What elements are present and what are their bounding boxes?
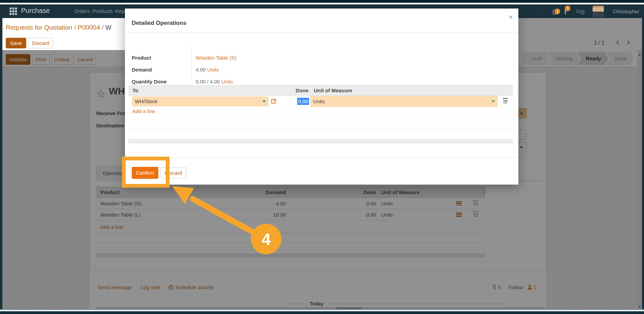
product-label: Product [132,55,190,61]
close-icon[interactable]: × [509,13,513,20]
breadcrumb-current: W [106,24,112,31]
window-frame [0,0,644,3]
modal-table-header: To Done Unit of Measure [128,85,513,96]
table-footer-stripe [128,139,513,143]
trash-icon[interactable] [503,99,507,104]
modal-backdrop [518,18,642,50]
messages-badge: 1 [554,9,560,14]
modal-moves-table: To Done Unit of Measure WH/Stock 0.00 Un… [128,85,513,107]
empty-row-divider [128,129,513,129]
screen: Validate Print Unlock Cancel Draft Waiti… [0,0,644,314]
modal-header-divider [125,32,518,33]
done-quantity-input[interactable]: 0.00 [297,98,309,105]
activities-badge: 1 [565,5,570,11]
discard-button[interactable]: Discard [28,38,53,48]
user-menu[interactable]: Christopher [613,9,639,14]
app-title[interactable]: Purchase [21,7,50,15]
empty-row-divider [128,120,513,120]
dropdown-caret-icon[interactable] [492,100,495,104]
demand-label: Demand [132,67,190,73]
col-uom[interactable]: Unit of Measure [310,88,498,93]
uom-field[interactable]: Units [310,96,498,107]
to-location-value: WH/Stock [135,98,262,104]
save-button[interactable]: Save [6,38,26,48]
demand-uom-link[interactable]: Units [207,67,219,73]
menu-products[interactable]: Products [93,8,113,14]
col-to[interactable]: To [128,88,276,93]
modal-footer-divider [125,157,518,158]
breadcrumb-separator: / [74,24,78,31]
dropdown-caret-icon[interactable] [262,100,266,104]
product-value[interactable]: Wooden Table (S) [196,55,237,61]
demand-value: 4.00 Units [196,67,219,73]
happy-face-icon: ☺ [575,8,580,14]
breadcrumb-separator: / [102,24,106,31]
quantity-done-value: 0.00 / 4.00 Units [196,79,233,84]
quantity-done-label: Quantity Done [132,79,190,84]
avatar[interactable] [593,6,604,17]
modal-title: Detailed Operations [132,20,187,27]
qty-done-uom-link[interactable]: Units [221,79,233,84]
window-frame [642,4,644,314]
window-frame [0,4,2,314]
uom-value: Units [313,98,492,104]
modal-table-row: WH/Stock 0.00 Units [128,96,513,107]
window-frame [0,309,644,314]
sad-face-icon: ☹ [580,10,584,15]
breadcrumb-p00004-link[interactable]: P00004 [78,24,100,31]
menu-orders[interactable]: Orders [74,8,90,14]
moderation-icon[interactable]: ☺☹ [575,8,584,15]
tutorial-step-badge: 4 [251,224,281,254]
window-frame [0,3,644,4]
col-done[interactable]: Done [276,88,310,93]
detailed-operations-modal: Detailed Operations × Product Demand Qua… [125,9,518,185]
breadcrumb-rfq-link[interactable]: Requests for Quotation [6,24,72,31]
activities-icon[interactable]: 1 [565,8,566,14]
field-separator [191,45,192,80]
to-location-field[interactable]: WH/Stock [132,96,269,106]
tutorial-highlight-box [122,157,170,188]
breadcrumb: Requests for Quotation / P00004 / W [6,24,112,31]
external-link-icon[interactable] [271,99,276,104]
apps-grid-icon[interactable] [10,7,17,15]
add-a-line-link[interactable]: Add a line [132,108,155,114]
